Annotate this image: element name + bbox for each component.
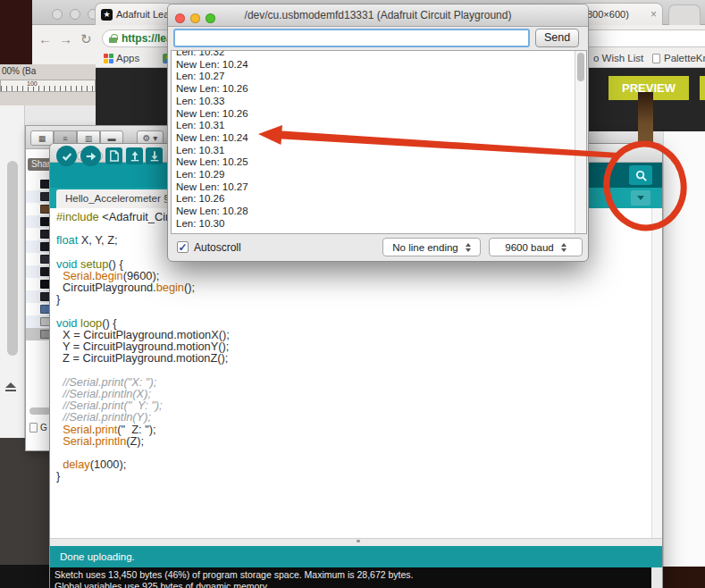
new-sketch-button[interactable] (105, 147, 122, 164)
apps-grid-icon (104, 54, 113, 63)
upload-button[interactable] (80, 146, 101, 166)
autoscroll-checkbox[interactable]: ✓ (177, 241, 189, 253)
serial-output-line: New Len: 10.26 (176, 83, 248, 96)
serial-output-line: Len: 10.32 (176, 50, 248, 59)
ide-status-bar: Done uploading. (50, 546, 662, 567)
document-icon (29, 423, 38, 433)
serial-send-input[interactable] (173, 29, 530, 47)
bookmark-apps[interactable]: Apps (104, 53, 139, 63)
desktop-photo-corner (0, 0, 32, 64)
new-tab-button[interactable] (668, 4, 701, 25)
magnifier-icon (634, 169, 648, 182)
serial-title-bar[interactable]: /dev/cu.usbmodemfd13331 (Adafruit Circui… (168, 4, 588, 27)
serial-monitor-button[interactable] (629, 165, 652, 185)
serial-output-line: New Len: 10.26 (176, 108, 248, 121)
scrollbar-thumb[interactable] (7, 161, 18, 356)
close-icon[interactable]: × (647, 8, 657, 21)
verify-button[interactable] (56, 146, 77, 166)
minimize-icon[interactable] (190, 13, 200, 23)
icon-view-button[interactable]: ▦ (30, 130, 54, 146)
tab-label: 800×600) (587, 9, 629, 20)
list-view-icon: ≡ (63, 134, 67, 143)
code-line: Serial.println(Z); (56, 435, 261, 447)
save-icon (149, 150, 160, 162)
page-content-right (663, 131, 705, 567)
url-text: https://lea (122, 32, 172, 45)
image-editor-fragment: 00% (Ba 100 (0, 64, 96, 105)
serial-output-line: New Len: 10.24 (176, 132, 248, 145)
editor-scrollbar[interactable] (651, 208, 662, 538)
serial-output-line: Len: 10.31 (176, 120, 248, 132)
console-output: Sketch uses 13,450 bytes (46%) of progra… (55, 569, 414, 588)
close-icon[interactable] (175, 13, 185, 23)
code-line: delay(1000); (56, 458, 261, 470)
new-sketch-icon (109, 150, 120, 162)
column-view-icon: ▥ (85, 134, 93, 143)
console-scrollbar[interactable] (651, 567, 662, 588)
line-ending-dropdown[interactable]: No line ending (382, 238, 481, 256)
desktop: ★ Adafruit Learni 800×600) × ← → ↻ https… (0, 0, 705, 588)
preview-pdf-button[interactable]: PREVIEW PDF (700, 76, 705, 100)
tab-label: Adafruit Learni (116, 9, 173, 20)
baud-rate-dropdown[interactable]: 9600 baud (489, 238, 583, 256)
horizontal-scrollbar-thumb[interactable] (29, 407, 51, 415)
page-photo-corner (663, 567, 705, 588)
open-button[interactable] (126, 147, 143, 164)
eject-icon[interactable] (4, 382, 17, 393)
serial-output-area[interactable]: Len: 10.32New Len: 10.24Len: 10.27New Le… (171, 50, 587, 234)
code-line: Z = CircuitPlayground.motionZ(); (56, 352, 261, 364)
finder-bottom-item[interactable]: G (29, 423, 47, 433)
serial-window-controls[interactable] (175, 11, 221, 27)
bookmark-paletteknife[interactable]: PaletteKnif (652, 53, 705, 63)
console-line: Sketch uses 13,450 bytes (46%) of progra… (55, 569, 414, 581)
lock-icon (109, 34, 117, 43)
divider-handle[interactable] (357, 540, 360, 542)
forward-icon[interactable]: → (59, 32, 72, 46)
stepper-icon (466, 243, 471, 252)
serial-output-line: New Len: 10.27 (176, 181, 248, 194)
page-icon (652, 54, 660, 63)
gear-icon: ⚙ (143, 133, 151, 143)
close-icon[interactable] (52, 9, 63, 20)
chevron-down-icon (637, 196, 644, 200)
coverflow-view-icon: ▬ (108, 134, 116, 143)
background-dark (0, 565, 49, 588)
zoom-icon[interactable] (206, 13, 215, 23)
autoscroll-label: Autoscroll (194, 241, 241, 254)
sketch-tab[interactable]: Hello_Accelerometer § (56, 189, 178, 208)
code-line: } (56, 293, 261, 305)
zoom-level-text: 00% (Ba (2, 66, 36, 76)
minimize-icon[interactable] (70, 9, 80, 20)
verify-icon (61, 150, 73, 163)
save-button[interactable] (146, 147, 163, 164)
code-line: CircuitPlayground.begin(); (56, 281, 261, 293)
serial-monitor-window: /dev/cu.usbmodemfd13331 (Adafruit Circui… (167, 4, 589, 262)
serial-output-line: Len: 10.33 (176, 96, 248, 108)
console-line: Global variables use 925 bytes of dynami… (55, 581, 414, 588)
browser-tab-image[interactable]: 800×600) × (581, 3, 663, 25)
stepper-icon (561, 243, 567, 252)
serial-bottom-bar: ✓ Autoscroll No line ending 9600 baud (168, 234, 588, 262)
serial-scrollbar-thumb[interactable] (577, 53, 584, 81)
adafruit-favicon-icon: ★ (101, 9, 113, 21)
browser-tab-adafruit[interactable]: ★ Adafruit Learni (95, 3, 173, 25)
send-button[interactable]: Send (535, 29, 579, 47)
serial-output-line: Len: 10.29 (176, 169, 248, 181)
ruler: 100 (0, 80, 96, 92)
serial-scrollbar[interactable] (575, 51, 586, 233)
reload-icon[interactable]: ↻ (80, 32, 92, 46)
serial-output-line: New Len: 10.25 (176, 156, 248, 169)
serial-output-line: Len: 10.26 (176, 193, 248, 206)
back-icon[interactable]: ← (38, 32, 52, 46)
serial-output-lines: Len: 10.32New Len: 10.24Len: 10.27New Le… (176, 50, 248, 231)
open-icon (130, 150, 140, 162)
ide-console: Sketch uses 13,450 bytes (46%) of progra… (50, 567, 662, 588)
page-photo-strip (638, 92, 653, 143)
tab-menu-button[interactable] (631, 190, 650, 206)
serial-output-line: New Len: 10.24 (176, 59, 248, 71)
serial-output-line: Len: 10.30 (176, 218, 248, 231)
code-line: } (56, 470, 261, 482)
side-panel (0, 105, 25, 438)
upload-icon (85, 150, 97, 163)
bookmark-wish-list[interactable]: o Wish List (593, 53, 643, 63)
